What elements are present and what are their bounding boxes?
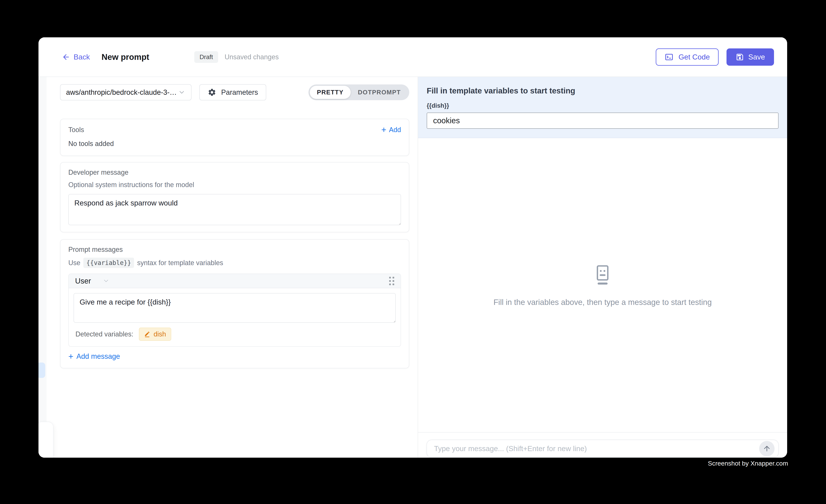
subtitle-prefix: Use [68, 259, 80, 267]
variable-syntax-chip: {{variable}} [83, 258, 134, 268]
add-tool-label: Add [389, 126, 401, 134]
unsaved-changes-text: Unsaved changes [225, 53, 279, 61]
variable-badge-dish[interactable]: dish [139, 328, 171, 341]
tools-empty-text: No tools added [68, 140, 401, 148]
editor-content: aws/anthropic/bedrock-claude-3-5-s... Pa… [47, 77, 418, 458]
arrow-up-icon [763, 444, 771, 453]
toggle-option-dotprompt[interactable]: DOTPROMPT [351, 86, 408, 99]
arrow-left-icon [62, 53, 70, 61]
save-icon [735, 53, 744, 61]
model-selector[interactable]: aws/anthropic/bedrock-claude-3-5-s... [60, 84, 191, 101]
sidebar-active-item[interactable] [39, 363, 45, 378]
back-label: Back [74, 53, 90, 61]
developer-message-card: Developer message Optional system instru… [60, 162, 409, 232]
developer-message-title: Developer message [68, 169, 401, 176]
model-row: aws/anthropic/bedrock-claude-3-5-s... Pa… [60, 84, 409, 101]
get-code-label: Get Code [678, 53, 710, 61]
get-code-button[interactable]: Get Code [656, 48, 719, 66]
message-header: User [69, 274, 401, 288]
tools-card: Tools + Add No tools added [60, 119, 409, 156]
chat-empty-state: Fill in the variables above, then type a… [418, 138, 787, 432]
save-button[interactable]: Save [726, 48, 774, 66]
variable-name: dish [154, 330, 166, 338]
add-message-label: Add message [76, 353, 120, 361]
add-message-button[interactable]: + Add message [68, 353, 120, 361]
toggle-option-pretty[interactable]: PRETTY [310, 86, 351, 99]
detected-variables-row: Detected variables: dish [69, 323, 401, 346]
send-button[interactable] [759, 441, 775, 456]
empty-state-text: Fill in the variables above, then type a… [493, 298, 712, 307]
sidebar-popover [39, 422, 54, 458]
terminal-icon [664, 53, 673, 62]
subtitle-suffix: syntax for template variables [137, 259, 223, 267]
model-selector-value: aws/anthropic/bedrock-claude-3-5-s... [66, 88, 178, 97]
prompt-messages-subtitle: Use {{variable}} syntax for template var… [68, 258, 401, 268]
top-bar: Back New prompt Draft Unsaved changes Ge… [39, 37, 787, 77]
pencil-icon [144, 331, 151, 337]
role-value: User [75, 277, 91, 285]
template-variables-title: Fill in template variables to start test… [427, 86, 778, 95]
chevron-down-icon [103, 277, 110, 285]
plus-icon: + [381, 126, 386, 134]
role-selector[interactable]: User [75, 277, 110, 285]
gear-icon [208, 88, 216, 97]
detected-variables-label: Detected variables: [75, 330, 133, 338]
screenshot-canvas: Back New prompt Draft Unsaved changes Ge… [0, 0, 826, 504]
watermark-text: Screenshot by Xnapper.com [708, 460, 788, 467]
prompt-messages-title: Prompt messages [68, 246, 401, 253]
message-textarea[interactable]: Give me a recipe for {{dish}} [74, 293, 396, 323]
tools-title: Tools [68, 126, 84, 134]
collapsed-sidebar [39, 77, 47, 458]
plus-icon: + [68, 353, 73, 360]
chat-input-container [426, 440, 779, 458]
back-button[interactable]: Back [62, 53, 90, 61]
app-window: Back New prompt Draft Unsaved changes Ge… [39, 37, 787, 458]
status-badge: Draft [194, 51, 218, 63]
dish-variable-label: {{dish}} [427, 102, 778, 109]
message-body: Give me a recipe for {{dish}} [69, 288, 401, 323]
prompt-messages-card: Prompt messages Use {{variable}} syntax … [60, 239, 409, 368]
main-area: aws/anthropic/bedrock-claude-3-5-s... Pa… [39, 77, 787, 458]
parameters-label: Parameters [221, 88, 258, 97]
dish-variable-input[interactable] [427, 113, 778, 129]
chat-message-input[interactable] [434, 444, 759, 453]
page-title: New prompt [102, 52, 149, 62]
chevron-down-icon [178, 88, 185, 96]
chat-input-bar [418, 432, 787, 458]
robot-face-icon [593, 264, 612, 286]
add-tool-button[interactable]: + Add [381, 126, 401, 134]
developer-message-textarea[interactable]: Respond as jack sparrow would [68, 194, 401, 225]
save-label: Save [748, 53, 765, 61]
parameters-button[interactable]: Parameters [199, 84, 266, 101]
format-toggle: PRETTY DOTPROMPT [308, 84, 409, 100]
developer-message-subtitle: Optional system instructions for the mod… [68, 181, 401, 189]
message-block: User Give me a recipe for [68, 273, 401, 347]
template-variables-panel: Fill in template variables to start test… [418, 77, 787, 138]
tools-card-header: Tools + Add [68, 126, 401, 134]
test-panel: Fill in template variables to start test… [418, 77, 787, 458]
prompt-editor-panel: aws/anthropic/bedrock-claude-3-5-s... Pa… [39, 77, 418, 458]
drag-handle-icon[interactable] [389, 277, 394, 285]
